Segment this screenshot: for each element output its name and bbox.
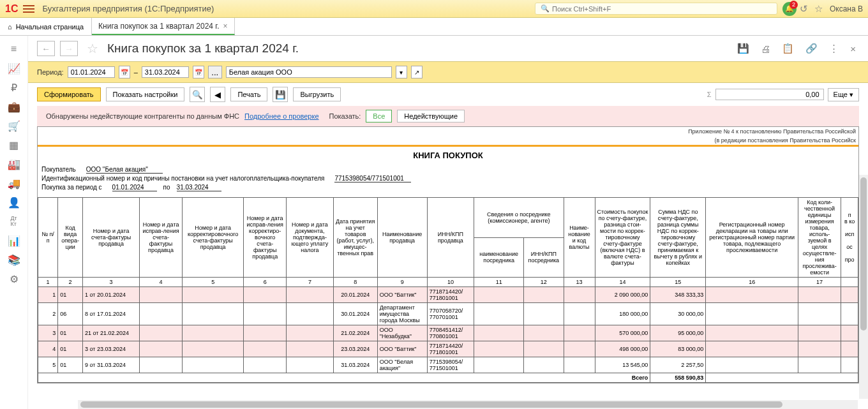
col-inn: ИНН/КПП продавца [427, 198, 474, 278]
filter-all-button[interactable]: Все [366, 110, 392, 123]
col-extra: пв коиспоспро [841, 198, 858, 278]
show-settings-button[interactable]: Показать настройки [106, 87, 185, 101]
buyer-value: ООО "Белая акация" [86, 166, 163, 174]
col-doc: Номер и дата документа, подтвержда-ющего… [287, 198, 334, 278]
org-dropdown-icon[interactable]: ▾ [396, 66, 407, 78]
show-label: Показать: [329, 112, 361, 120]
warning-bar: Обнаружены недействующие контрагенты по … [37, 106, 859, 126]
form-button[interactable]: Сформировать [37, 87, 101, 101]
copy-icon[interactable]: 📋 [782, 43, 794, 54]
hamburger-icon[interactable] [23, 3, 34, 15]
factory-icon[interactable]: 🏭 [5, 155, 23, 173]
scroll-thumb[interactable] [860, 177, 867, 331]
link-icon[interactable]: 🔗 [805, 43, 818, 54]
period-from-val: 01.01.2024 [112, 184, 157, 191]
more-button[interactable]: Еще ▾ [828, 88, 859, 101]
search-input[interactable] [552, 5, 772, 13]
period-po: по [157, 184, 177, 191]
disk-icon[interactable]: 💾 [273, 87, 288, 102]
star-icon[interactable]: ☆ [814, 3, 823, 15]
tab-label: Книга покупок за 1 квартал 2024 г. [98, 22, 220, 31]
annex-text2: (в редакции постановления Правительства … [38, 136, 858, 145]
sum-input[interactable] [715, 89, 824, 100]
col-curr: Наиме-нование и код валюты [564, 198, 595, 278]
period-select-button[interactable]: ... [208, 66, 222, 78]
export-button[interactable]: Выгрузить [293, 87, 341, 101]
menu-icon[interactable]: ≡ [5, 40, 23, 58]
home-tab[interactable]: ⌂ Начальная страница [0, 18, 92, 35]
org-input[interactable] [226, 66, 392, 78]
more-icon[interactable]: ⋮ [829, 43, 839, 54]
period-to-val: 31.03.2024 [177, 184, 221, 191]
chart-icon[interactable]: 📈 [5, 59, 23, 77]
col-sf: Номер и дата счета-фактуры продавца [83, 198, 140, 278]
col-agent-name: наименование посредника [474, 237, 524, 278]
search-back-icon[interactable]: ◀ [210, 87, 225, 102]
forward-button[interactable]: → [60, 41, 78, 56]
tabs-bar: ⌂ Начальная страница Книга покупок за 1 … [0, 18, 868, 36]
scrollbar-horizontal[interactable] [78, 400, 858, 409]
date-from-input[interactable] [68, 66, 115, 78]
report-table: № п/п Код вида опера-ции Номер и дата сч… [38, 197, 858, 383]
search-box[interactable]: 🔍 [535, 3, 777, 15]
print-button[interactable]: Печать [230, 87, 267, 101]
col-code: Код вида опера-ции [58, 198, 83, 278]
calendar-to-icon[interactable]: 📅 [193, 66, 204, 78]
user-name[interactable]: Оксана В [830, 4, 863, 13]
date-to-input[interactable] [142, 66, 189, 78]
close-icon[interactable]: × [223, 22, 228, 31]
report-area[interactable]: Приложение № 4 к постановлению Правитель… [28, 126, 868, 409]
buyer-label: Покупатель [41, 166, 86, 174]
briefcase-icon[interactable]: 💼 [5, 98, 23, 115]
tab-purchase-book[interactable]: Книга покупок за 1 квартал 2024 г. × [92, 18, 235, 35]
ruble-icon[interactable]: ₽ [5, 78, 23, 96]
search-tool-icon[interactable]: 🔍 [190, 87, 205, 102]
col-number-row: 1234567891011121314151617 [38, 278, 858, 287]
inn-value: 7715398054/771501001 [334, 175, 411, 182]
book-icon[interactable]: 📚 [5, 251, 23, 269]
annex-text: Приложение № 4 к постановлению Правитель… [38, 127, 858, 136]
table-row[interactable]: 4013 от 23.03.202423.03.2024ООО "Баттик"… [38, 341, 858, 357]
home-tab-label: Начальная страница [16, 23, 84, 31]
inn-label: Идентификационный номер и код причины по… [41, 175, 334, 182]
bars-icon[interactable]: 📊 [5, 232, 23, 249]
period-dash: – [134, 68, 138, 76]
grid-icon[interactable]: ▦ [5, 136, 23, 154]
calendar-from-icon[interactable]: 📅 [119, 66, 130, 78]
save-icon[interactable]: 💾 [737, 43, 749, 54]
table-row[interactable]: 1011 от 20.01.202420.01.2024ООО "Баттик"… [38, 287, 858, 303]
gear-icon[interactable]: ⚙ [5, 270, 23, 288]
scrollbar-vertical[interactable] [859, 175, 868, 399]
warning-link[interactable]: Подробнее о проверке [244, 112, 318, 120]
page-toolbar: ← → ☆ Книга покупок за 1 квартал 2024 г.… [28, 36, 868, 61]
table-row[interactable]: 2068 от 17.01.202430.01.2024Департамент … [38, 303, 858, 325]
filter-invalid-button[interactable]: Недействующие [397, 110, 465, 123]
period-label2: Покупка за период с [41, 184, 112, 191]
person-icon[interactable]: 👤 [5, 193, 23, 211]
col-seller: Наименование продавца [377, 198, 427, 278]
favorite-icon[interactable]: ☆ [87, 41, 98, 56]
table-row[interactable]: 5019 от 31.03.202431.03.2024ООО "Белая а… [38, 357, 858, 373]
sidebar: ≡ 📈 ₽ 💼 🛒 ▦ 🏭 🚚 👤 ДтКт 📊 📚 ⚙ [0, 36, 28, 409]
logo-1c: 1C [5, 3, 18, 15]
notification-bell-icon[interactable]: 🔔2 [782, 2, 797, 16]
table-row[interactable]: 30121 от 21.02.202421.02.2024ООО "Незабу… [38, 325, 858, 341]
cart-icon[interactable]: 🛒 [5, 117, 23, 135]
page-title: Книга покупок за 1 квартал 2024 г. [107, 41, 729, 56]
back-button[interactable]: ← [37, 41, 55, 56]
history-icon[interactable]: ↺ [800, 3, 808, 15]
col-unit: Код коли-чественной единицы измерения то… [798, 198, 841, 278]
col-corrfix: Номер и дата исправ-ления корректиро-воч… [244, 198, 287, 278]
print-icon[interactable]: 🖨 [761, 43, 770, 54]
search-icon: 🔍 [541, 4, 550, 13]
dtkt-icon[interactable]: ДтКт [5, 212, 23, 230]
truck-icon[interactable]: 🚚 [5, 174, 23, 192]
action-toolbar: Сформировать Показать настройки 🔍 ◀ Печа… [28, 83, 868, 106]
total-vat: 558 590,83 [650, 373, 706, 383]
close-page-icon[interactable]: × [850, 43, 856, 54]
total-row: Всего 558 590,83 [38, 373, 858, 383]
scroll-thumb[interactable] [80, 401, 782, 408]
col-cost: Стоимость покупок по счету-фактуре, разн… [595, 198, 650, 278]
org-open-icon[interactable]: ↗ [411, 66, 423, 78]
sigma-icon: Σ [707, 91, 712, 98]
